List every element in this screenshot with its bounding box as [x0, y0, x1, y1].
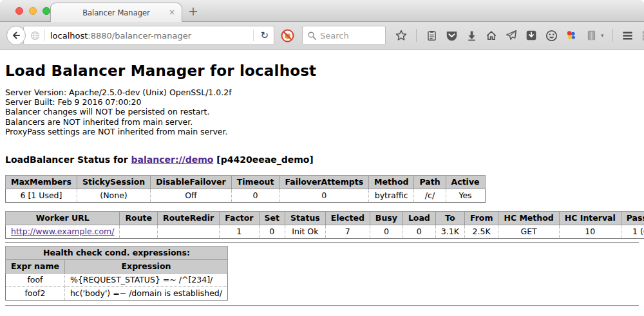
- table-row: http://www.example.com/10Init Ok7003.1K2…: [6, 225, 644, 239]
- table-cell: [120, 225, 158, 239]
- overflow-caret-icon[interactable]: ▾: [601, 32, 604, 39]
- column-header: Timeout: [231, 176, 279, 189]
- send-icon[interactable]: [505, 29, 518, 42]
- footer-divider: [5, 305, 639, 306]
- menu-icon[interactable]: [621, 29, 634, 42]
- search-input[interactable]: Search: [302, 26, 386, 45]
- tiles-icon[interactable]: [641, 29, 644, 42]
- worker-url-link[interactable]: http://www.example.com/: [11, 227, 114, 236]
- home-icon[interactable]: [485, 29, 498, 42]
- page-title: Load Balancer Manager for localhost: [5, 62, 639, 79]
- table-cell: /c/: [414, 189, 446, 203]
- table-cell: foof2: [6, 287, 65, 301]
- balancer-status-heading: LoadBalancer Status for balancer://demo …: [5, 154, 639, 165]
- column-header: Status: [285, 212, 326, 225]
- toolbar-separator: [416, 29, 417, 42]
- toolbar-icons: ▾: [395, 29, 644, 42]
- proxypass-note-line: ProxyPass settings are NOT inherited fro…: [5, 127, 639, 136]
- url-bar[interactable]: localhost:8880/balancer-manager ↻: [23, 26, 274, 45]
- column-header: Passes: [621, 212, 644, 225]
- table-cell: (None): [77, 189, 150, 203]
- download-icon[interactable]: [465, 29, 478, 42]
- smiley-icon[interactable]: [545, 29, 558, 42]
- status-prefix: LoadBalancer Status for: [5, 154, 131, 165]
- column-header: HC Interval: [559, 212, 621, 225]
- column-header: RouteRedir: [158, 212, 220, 225]
- column-header: HC Method: [498, 212, 559, 225]
- table-row: 6 [1 Used](None)Off00bytraffic/c/Yes: [6, 189, 486, 203]
- column-header: From: [464, 212, 498, 225]
- column-header: Factor: [220, 212, 259, 225]
- tab-bar: Balancer Manager × +: [0, 0, 644, 22]
- browser-window: Balancer Manager × + localhost:8880/bala…: [0, 0, 644, 316]
- box-download-icon[interactable]: [525, 29, 538, 42]
- tab-close-icon[interactable]: ×: [169, 8, 175, 17]
- server-info: Server Version: Apache/2.5.0-dev (Unix) …: [5, 88, 639, 136]
- minimize-window-button[interactable]: [29, 7, 37, 15]
- reload-icon[interactable]: ↻: [259, 30, 270, 41]
- column-header: Worker URL: [6, 212, 120, 225]
- table-cell: 0: [259, 225, 285, 239]
- column-header: Route: [120, 212, 158, 225]
- toolbar-separator: [612, 29, 613, 42]
- column-header: MaxMembers: [6, 176, 77, 189]
- table-row: foof2hc('body') =~ /domain is establishe…: [6, 287, 228, 301]
- table-title: Health check cond. expressions:: [6, 246, 228, 260]
- table-cell: http://www.example.com/: [6, 225, 120, 239]
- block-plugin-icon[interactable]: [281, 29, 294, 42]
- globe-icon: [30, 31, 40, 41]
- search-placeholder: Search: [320, 31, 349, 41]
- url-domain: localhost: [50, 31, 88, 41]
- table-cell: [158, 225, 220, 239]
- column-header: Expression: [64, 260, 227, 274]
- column-header: Elected: [325, 212, 370, 225]
- clipboard-icon[interactable]: [425, 29, 438, 42]
- window-controls: [15, 7, 50, 15]
- back-button[interactable]: [6, 26, 26, 45]
- bookmark-star-icon[interactable]: [395, 29, 408, 42]
- back-icon: [11, 30, 21, 41]
- table-row: foof%{REQUEST_STATUS} =~ /^[234]/: [6, 274, 228, 287]
- table-cell: hc('body') =~ /domain is established/: [64, 287, 227, 301]
- search-icon: [308, 32, 316, 40]
- column-header: DisableFailover: [151, 176, 231, 189]
- zoom-window-button[interactable]: [43, 7, 50, 15]
- tab-title: Balancer Manager: [82, 8, 150, 17]
- table-cell: Off: [151, 189, 231, 203]
- balancer-demo-link[interactable]: balancer://demo: [131, 154, 214, 165]
- server-built-line: Server Built: Feb 9 2016 07:00:20: [5, 97, 639, 107]
- status-suffix: [p4420eeae_demo]: [213, 154, 313, 165]
- close-window-button[interactable]: [15, 7, 23, 15]
- table-cell: 0: [279, 189, 369, 203]
- table-cell: %{REQUEST_STATUS} =~ /^[234]/: [64, 274, 227, 287]
- health-check-table: Health check cond. expressions:Expr name…: [5, 246, 228, 301]
- table-cell: 2.5K: [464, 225, 498, 239]
- table-cell: 0: [231, 189, 279, 203]
- page-content: Load Balancer Manager for localhost Serv…: [0, 50, 644, 316]
- column-header: StickySession: [77, 176, 150, 189]
- colors-icon[interactable]: [565, 29, 578, 42]
- column-header: Load: [402, 212, 435, 225]
- tab-balancer-manager[interactable]: Balancer Manager ×: [50, 3, 182, 22]
- table-cell: 6 [1 Used]: [6, 189, 77, 203]
- persist-note-line: Balancer changes will NOT be persisted o…: [5, 107, 639, 116]
- url-separator: [253, 30, 254, 41]
- url-separator: [44, 30, 45, 41]
- column-header: Expr name: [6, 260, 65, 274]
- url-text[interactable]: localhost:8880/balancer-manager: [50, 31, 253, 41]
- column-header: Method: [369, 176, 414, 189]
- table-cell: 10: [559, 225, 621, 239]
- navigation-toolbar: localhost:8880/balancer-manager ↻ Search: [0, 22, 644, 50]
- pocket-icon[interactable]: [445, 29, 458, 42]
- table-cell: bytraffic: [369, 189, 414, 203]
- table-cell: 3.1K: [435, 225, 464, 239]
- inherit-note-line: Balancers are NOT inherited from main se…: [5, 117, 639, 127]
- table-cell: 0: [370, 225, 402, 239]
- section-divider: [5, 242, 639, 243]
- column-header: Active: [446, 176, 485, 189]
- container-icon[interactable]: [585, 29, 598, 42]
- new-tab-button[interactable]: +: [188, 3, 198, 19]
- table-cell: GET: [498, 225, 559, 239]
- balancer-settings-table: MaxMembersStickySessionDisableFailoverTi…: [5, 175, 486, 203]
- worker-table: Worker URLRouteRouteRedirFactorSetStatus…: [5, 211, 644, 239]
